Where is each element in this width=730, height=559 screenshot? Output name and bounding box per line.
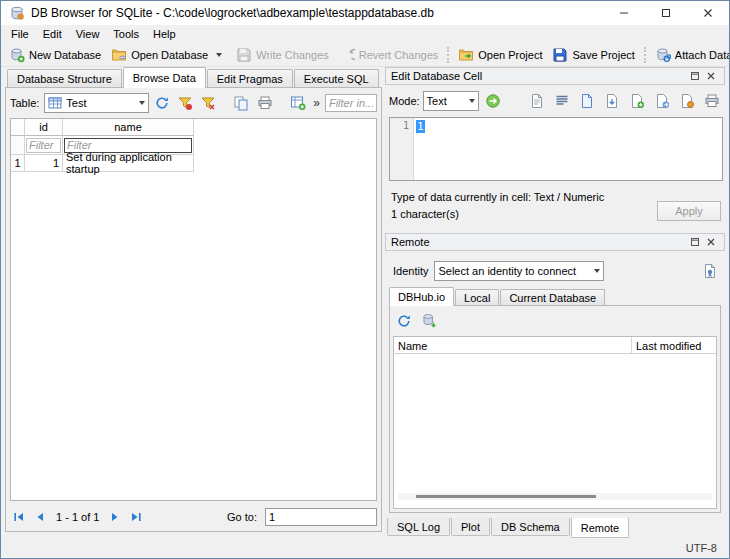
horizontal-scrollbar[interactable] [398, 493, 712, 500]
first-page-button[interactable] [10, 508, 28, 526]
tab-browse-data[interactable]: Browse Data [123, 67, 206, 88]
menubar: File Edit View Tools Help [1, 25, 729, 43]
column-header-id[interactable]: id [25, 119, 63, 136]
remote-dock-titlebar[interactable]: Remote [385, 233, 725, 251]
close-dock-icon[interactable] [703, 69, 719, 83]
open-database-button[interactable]: Open Database [106, 44, 213, 66]
tab-label: DB Schema [501, 521, 560, 533]
menu-edit[interactable]: Edit [36, 25, 69, 43]
toolbar-grip [447, 47, 449, 63]
print-icon[interactable] [254, 92, 275, 114]
cell-type-info: Type of data currently in cell: Text / N… [391, 191, 645, 203]
tab-edit-pragmas[interactable]: Edit Pragmas [207, 69, 293, 88]
write-changes-icon [236, 47, 252, 63]
save-file-icon[interactable] [601, 90, 623, 112]
tab-remote[interactable]: Remote [571, 518, 630, 538]
float-dock-icon[interactable] [687, 69, 703, 83]
copy-icon[interactable] [231, 92, 252, 114]
import-icon[interactable] [626, 90, 648, 112]
menu-help[interactable]: Help [146, 25, 183, 43]
attach-database-button[interactable]: Attach Database [650, 44, 730, 66]
mode-combo[interactable]: Text [423, 91, 479, 111]
save-project-button[interactable]: Save Project [547, 44, 639, 66]
remote-dock: Remote Identity Select an identity to co… [385, 233, 725, 513]
maximize-button[interactable] [645, 1, 687, 25]
apply-button[interactable]: Apply [657, 201, 721, 221]
identity-row: Identity Select an identity to connect [393, 259, 721, 283]
tab-label: Edit Pragmas [217, 73, 283, 85]
refresh-button[interactable] [151, 92, 172, 114]
remote-tabbar: DBHub.io Local Current Database [389, 287, 721, 306]
revert-changes-button[interactable]: Revert Changes [334, 44, 444, 66]
prev-page-button[interactable] [31, 508, 49, 526]
text-document-icon[interactable] [526, 90, 548, 112]
open-project-label: Open Project [478, 49, 542, 61]
print-icon[interactable] [701, 90, 723, 112]
save-project-label: Save Project [572, 49, 634, 61]
table-combo[interactable]: Test [44, 93, 149, 113]
tab-db-schema[interactable]: DB Schema [491, 518, 570, 536]
tab-label: Plot [461, 521, 480, 533]
save-filter-icon[interactable] [174, 92, 195, 114]
justify-icon[interactable] [551, 90, 573, 112]
remote-dock-title: Remote [391, 236, 687, 248]
open-database-icon [111, 47, 127, 63]
new-database-button[interactable]: New Database [4, 44, 106, 66]
identity-combo[interactable]: Select an identity to connect [434, 261, 604, 281]
line-number-gutter: 1 [390, 118, 414, 180]
filter-id-input[interactable] [26, 138, 61, 153]
browse-overflow-button[interactable]: » [310, 96, 323, 110]
column-header-last-modified[interactable]: Last modified [632, 337, 716, 354]
tab-current-database[interactable]: Current Database [500, 289, 605, 306]
remote-file-list[interactable]: Name Last modified [393, 336, 717, 509]
column-header-name[interactable]: name [63, 119, 194, 136]
write-changes-button[interactable]: Write Changes [231, 44, 334, 66]
tab-plot[interactable]: Plot [451, 518, 490, 536]
close-dock-icon[interactable] [703, 235, 719, 249]
float-dock-icon[interactable] [687, 235, 703, 249]
encoding-indicator[interactable]: UTF-8 [686, 542, 717, 554]
last-page-button[interactable] [127, 508, 145, 526]
cell-name[interactable]: Set during application startup [63, 155, 194, 172]
open-project-button[interactable]: Open Project [453, 44, 547, 66]
table-row[interactable]: 1 1 Set during application startup [11, 155, 376, 172]
row-number-cell[interactable]: 1 [11, 155, 25, 172]
cell-editor[interactable]: 1 1 [389, 117, 723, 181]
open-database-dropdown[interactable] [213, 44, 225, 66]
set-null-icon[interactable] [676, 90, 698, 112]
clone-database-icon[interactable] [418, 310, 440, 332]
edit-cell-dock-titlebar[interactable]: Edit Database Cell [385, 67, 725, 85]
tab-label: SQL Log [397, 521, 440, 533]
tab-database-structure[interactable]: Database Structure [7, 69, 122, 88]
identity-certificate-icon[interactable] [699, 260, 721, 282]
column-header-name[interactable]: Name [394, 337, 632, 354]
browse-data-panel: Table: Test » [5, 87, 382, 532]
grid-header-row: id name [11, 119, 376, 136]
minimize-button[interactable] [603, 1, 645, 25]
word-wrap-icon[interactable] [482, 90, 504, 112]
close-button[interactable] [687, 1, 729, 25]
filter-any-column-input[interactable] [325, 94, 377, 112]
app-icon [9, 5, 25, 21]
grid-corner-cell[interactable] [11, 119, 25, 136]
menu-tools[interactable]: Tools [106, 25, 146, 43]
open-file-icon[interactable] [576, 90, 598, 112]
tab-dbhub[interactable]: DBHub.io [389, 287, 454, 306]
next-page-button[interactable] [106, 508, 124, 526]
remote-refresh-icon[interactable] [393, 310, 415, 332]
tab-local[interactable]: Local [455, 289, 499, 306]
right-pane: Edit Database Cell Mode: Text [385, 67, 725, 538]
scrollbar-thumb[interactable] [416, 495, 596, 498]
tab-execute-sql[interactable]: Execute SQL [294, 69, 379, 88]
tab-sql-log[interactable]: SQL Log [387, 518, 450, 536]
cell-id[interactable]: 1 [25, 155, 63, 172]
revert-changes-label: Revert Changes [359, 49, 439, 61]
export-icon[interactable] [651, 90, 673, 112]
insert-record-icon[interactable] [287, 92, 308, 114]
dock-tabbar: SQL Log Plot DB Schema Remote [387, 518, 630, 538]
cell-editor-text[interactable]: 1 [414, 118, 427, 180]
goto-input[interactable] [265, 508, 377, 526]
menu-view[interactable]: View [69, 25, 107, 43]
clear-filter-icon[interactable] [198, 92, 219, 114]
menu-file[interactable]: File [4, 25, 36, 43]
